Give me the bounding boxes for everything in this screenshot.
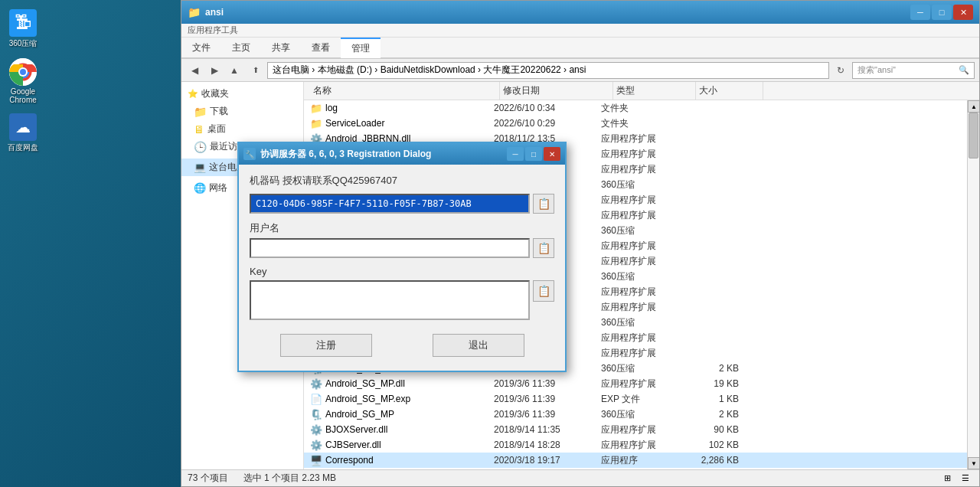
file-type-cell: 应用程序扩展 (601, 347, 678, 360)
nav-forward-btn[interactable]: ▶ (206, 62, 223, 79)
explorer-maximize-btn[interactable]: □ (932, 5, 952, 20)
icon-360-compress[interactable]: 🗜 360压缩 (2, 6, 44, 52)
nav-up-btn[interactable]: ▲ (226, 62, 243, 79)
file-date-cell: 2018/9/14 18:28 (494, 440, 601, 450)
scroll-track[interactable] (968, 113, 979, 457)
icon-360-label: 360压缩 (9, 38, 38, 49)
file-type-cell: 应用程序扩展 (601, 332, 678, 345)
file-date-cell: 2019/3/6 11:39 (494, 394, 601, 404)
status-bar: 73 个项目 选中 1 个项目 2.23 MB ⊞ ☰ (181, 469, 979, 486)
user-input[interactable] (250, 238, 530, 258)
scroll-up-btn[interactable]: ▲ (968, 100, 979, 113)
table-row[interactable]: 🗜️ Android_SG_MP 2019/3/6 11:39 360压缩 2 … (304, 407, 967, 422)
explorer-title-icon: 📁 (188, 6, 201, 18)
col-type[interactable]: 类型 (613, 82, 696, 100)
file-type-cell: 应用程序扩展 (601, 378, 678, 391)
tab-file[interactable]: 文件 (181, 38, 221, 57)
tab-home[interactable]: 主页 (221, 38, 261, 57)
tab-share[interactable]: 共享 (261, 38, 301, 57)
explorer-titlebar: 📁 ansi ─ □ ✕ (181, 1, 979, 24)
dialog-buttons: 注册 退出 (250, 331, 554, 361)
file-name-cell: 🗜️ Android_SG_MP (310, 409, 494, 420)
register-btn[interactable]: 注册 (280, 334, 372, 357)
table-row[interactable]: ⚙️ CJBServer.dll 2018/9/14 18:28 应用程序扩展 … (304, 437, 967, 453)
dialog-min-btn[interactable]: ─ (507, 147, 524, 161)
machine-code-input[interactable] (250, 194, 530, 214)
vertical-scrollbar[interactable]: ▲ ▼ (967, 100, 979, 469)
col-size[interactable]: 大小 (696, 82, 763, 100)
file-type-cell: 应用程序扩展 (601, 286, 678, 299)
file-name-cell: 📁 log (310, 103, 494, 114)
exit-btn[interactable]: 退出 (433, 334, 524, 357)
nav-refresh-btn[interactable]: ⬆ (247, 62, 264, 79)
table-row[interactable]: ⚙️ Android_SG_MP.dll 2019/3/6 11:39 应用程序… (304, 376, 967, 391)
file-type-cell: 应用程序扩展 (601, 240, 678, 253)
file-type-icon: ⚙️ (310, 378, 322, 390)
chrome-icon-label: GoogleChrome (9, 87, 37, 104)
nav-favorites-header[interactable]: ⭐ 收藏夹 (181, 85, 303, 103)
file-date-cell: 2022/6/10 0:29 (494, 118, 601, 129)
chrome-icon-image (9, 58, 37, 86)
explorer-close-btn[interactable]: ✕ (953, 5, 973, 20)
dialog-title-icon: 🔧 (243, 148, 256, 160)
scroll-thumb[interactable] (969, 113, 978, 159)
explorer-minimize-btn[interactable]: ─ (910, 5, 930, 20)
dialog-close-btn[interactable]: ✕ (544, 147, 560, 161)
nav-download[interactable]: 📁 下载 (181, 103, 303, 120)
address-refresh-btn[interactable]: ↻ (832, 62, 849, 79)
table-row[interactable]: ⚙️ BJOXServer.dll 2018/9/14 11:35 应用程序扩展… (304, 422, 967, 437)
icon-baidu[interactable]: ☁ 百度网盘 (2, 110, 44, 156)
address-bar: ◀ ▶ ▲ ⬆ 这台电脑 › 本地磁盘 (D:) › BaiduNetdiskD… (181, 59, 979, 82)
col-name[interactable]: 名称 (310, 82, 500, 100)
desktop-icons-panel: 🗜 360压缩 GoogleChrome ☁ 百度网盘 (0, 0, 46, 487)
table-row[interactable]: 📁 log 2022/6/10 0:34 文件夹 (304, 100, 967, 116)
explorer-ribbon: 应用程序工具 文件 主页 共享 查看 管理 (181, 24, 979, 59)
dialog-max-btn[interactable]: □ (525, 147, 542, 161)
table-row[interactable]: 📄 Android_SG_MP.exp 2019/3/6 11:39 EXP 文… (304, 391, 967, 407)
machine-code-copy-btn[interactable]: 📋 (533, 194, 554, 214)
file-type-icon: ⚙️ (310, 424, 322, 436)
search-box[interactable]: 搜索"ansi" 🔍 (852, 62, 975, 79)
explorer-title-area: 📁 ansi (188, 6, 910, 18)
user-copy-btn[interactable]: 📋 (533, 238, 554, 258)
dialog-titlebar: 🔧 协调服务器 6, 6, 0, 3 Registration Dialog ─… (239, 143, 565, 165)
large-icon-view-btn[interactable]: ⊞ (939, 472, 955, 485)
address-path-display[interactable]: 这台电脑 › 本地磁盘 (D:) › BaiduNetdiskDownload … (267, 62, 829, 79)
key-copy-btn[interactable]: 📋 (533, 280, 554, 302)
file-type-icon: 🖥️ (310, 455, 322, 466)
key-area: 📋 (250, 280, 554, 320)
icon-chrome[interactable]: GoogleChrome (2, 55, 44, 107)
file-size-cell: 1 KB (678, 394, 739, 404)
file-size-cell: 19 KB (678, 378, 739, 389)
file-date-cell: 2020/3/18 19:17 (494, 455, 601, 466)
file-type-cell: 应用程序扩展 (601, 423, 678, 436)
table-row[interactable]: 📁 ServiceLoader 2022/6/10 0:29 文件夹 (304, 116, 967, 131)
scroll-down-btn[interactable]: ▼ (968, 457, 979, 469)
registration-dialog[interactable]: 🔧 协调服务器 6, 6, 0, 3 Registration Dialog ─… (237, 142, 567, 372)
file-date-cell: 2019/3/6 11:39 (494, 378, 601, 389)
explorer-title-text: ansi (205, 7, 224, 18)
desktop-icon-nav: 🖥 (194, 123, 204, 136)
file-type-cell: 360压缩 (601, 362, 678, 375)
table-row[interactable]: 🖥️ Correspond 2020/3/18 19:17 应用程序 2,286… (304, 453, 967, 468)
file-type-cell: 360压缩 (601, 178, 678, 191)
file-date-cell: 2019/3/6 11:39 (494, 409, 601, 420)
file-size-cell: 2 KB (678, 363, 739, 374)
nav-back-btn[interactable]: ◀ (186, 62, 203, 79)
nav-desktop[interactable]: 🖥 桌面 (181, 120, 303, 138)
file-name-cell: 🖥️ Correspond (310, 455, 494, 466)
key-textarea[interactable] (250, 280, 530, 320)
table-row[interactable]: ⚙️ DWNNZServer.dll 2018/9/4 14:41 应用程序扩展… (304, 468, 967, 469)
tab-manage[interactable]: 管理 (341, 38, 381, 58)
tab-view[interactable]: 查看 (301, 38, 341, 57)
machine-code-input-row: 📋 (250, 194, 554, 214)
user-label: 用户名 (250, 221, 554, 235)
baidu-icon-image: ☁ (9, 113, 37, 141)
detail-view-btn[interactable]: ☰ (958, 472, 973, 485)
col-date[interactable]: 修改日期 (500, 82, 613, 100)
view-controls: ⊞ ☰ (939, 472, 973, 485)
file-type-icon: 📁 (310, 103, 322, 114)
star-icon: ⭐ (188, 89, 198, 99)
file-type-cell: EXP 文件 (601, 393, 678, 406)
machine-code-label: 机器码 授权请联系QQ425967407 (250, 174, 397, 188)
